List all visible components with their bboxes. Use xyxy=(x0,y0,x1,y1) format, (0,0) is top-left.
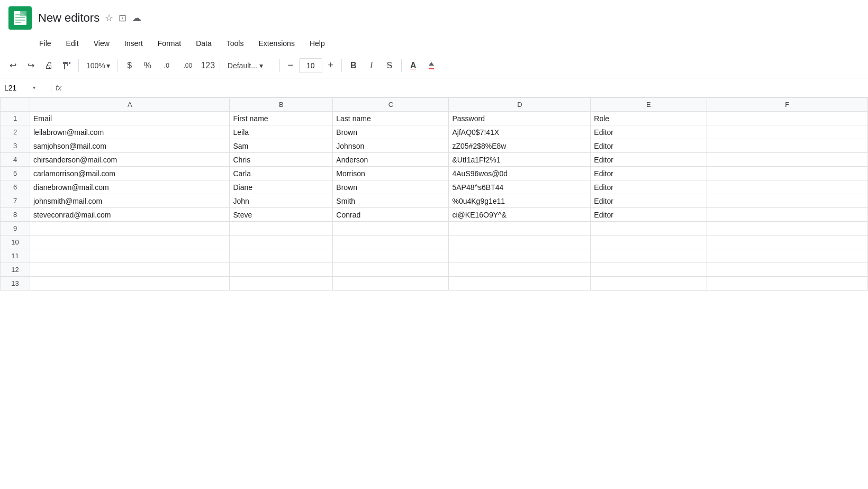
cell-reference-input[interactable]: L21 xyxy=(4,84,31,92)
row-number[interactable]: 8 xyxy=(1,208,30,222)
cell-9-D[interactable] xyxy=(449,222,591,236)
row-number[interactable]: 6 xyxy=(1,180,30,194)
cell-4-D[interactable]: &UtI1a1Ff2%1 xyxy=(449,153,591,167)
cell-2-F[interactable] xyxy=(707,125,867,139)
cell-7-D[interactable]: %0u4Kg9g1e11 xyxy=(449,194,591,208)
row-number[interactable]: 5 xyxy=(1,167,30,180)
cell-1-A[interactable]: Email xyxy=(30,112,230,125)
cell-11-C[interactable] xyxy=(333,249,449,263)
cloud-icon[interactable]: ☁ xyxy=(132,12,141,24)
cell-3-F[interactable] xyxy=(707,139,867,153)
folder-icon[interactable]: ⊡ xyxy=(119,12,126,24)
strikethrough-button[interactable]: S xyxy=(381,57,398,74)
cell-2-C[interactable]: Brown xyxy=(333,125,449,139)
cell-9-C[interactable] xyxy=(333,222,449,236)
cell-10-D[interactable] xyxy=(449,236,591,249)
cell-8-D[interactable]: ci@KE16O9Y^& xyxy=(449,208,591,222)
row-number[interactable]: 1 xyxy=(1,112,30,125)
font-size-display[interactable]: 10 xyxy=(299,58,322,73)
zoom-button[interactable]: 100% ▾ xyxy=(82,59,114,72)
cell-11-F[interactable] xyxy=(707,249,867,263)
cell-12-D[interactable] xyxy=(449,263,591,277)
cell-10-F[interactable] xyxy=(707,236,867,249)
menu-data[interactable]: Data xyxy=(188,36,219,51)
cell-2-E[interactable]: Editor xyxy=(591,125,707,139)
cell-3-B[interactable]: Sam xyxy=(230,139,333,153)
menu-edit[interactable]: Edit xyxy=(59,36,86,51)
cell-4-E[interactable]: Editor xyxy=(591,153,707,167)
cell-5-E[interactable]: Editor xyxy=(591,167,707,180)
row-number[interactable]: 2 xyxy=(1,125,30,139)
cell-5-D[interactable]: 4AuS96wos@0d xyxy=(449,167,591,180)
cell-4-C[interactable]: Anderson xyxy=(333,153,449,167)
spreadsheet-container[interactable]: A B C D E F 1EmailFirst nameLast namePas… xyxy=(0,97,868,489)
cell-11-B[interactable] xyxy=(230,249,333,263)
col-header-a[interactable]: A xyxy=(30,98,230,112)
cell-4-F[interactable] xyxy=(707,153,867,167)
cell-9-E[interactable] xyxy=(591,222,707,236)
decimal-more-button[interactable]: .00 xyxy=(177,57,198,74)
cell-9-B[interactable] xyxy=(230,222,333,236)
cell-2-A[interactable]: leilabrown@mail.com xyxy=(30,125,230,139)
cell-11-A[interactable] xyxy=(30,249,230,263)
cell-2-B[interactable]: Leila xyxy=(230,125,333,139)
cell-8-F[interactable] xyxy=(707,208,867,222)
cell-5-A[interactable]: carlamorrison@mail.com xyxy=(30,167,230,180)
menu-format[interactable]: Format xyxy=(150,36,188,51)
cell-1-E[interactable]: Role xyxy=(591,112,707,125)
menu-help[interactable]: Help xyxy=(302,36,332,51)
row-number[interactable]: 4 xyxy=(1,153,30,167)
cell-3-C[interactable]: Johnson xyxy=(333,139,449,153)
cell-11-E[interactable] xyxy=(591,249,707,263)
col-header-d[interactable]: D xyxy=(449,98,591,112)
col-header-c[interactable]: C xyxy=(333,98,449,112)
row-number[interactable]: 11 xyxy=(1,249,30,263)
font-name-button[interactable]: Default... ▾ xyxy=(223,59,276,72)
percent-button[interactable]: % xyxy=(139,57,156,74)
cell-6-B[interactable]: Diane xyxy=(230,180,333,194)
cell-6-C[interactable]: Brown xyxy=(333,180,449,194)
cell-4-B[interactable]: Chris xyxy=(230,153,333,167)
cell-8-B[interactable]: Steve xyxy=(230,208,333,222)
cell-6-A[interactable]: dianebrown@mail.com xyxy=(30,180,230,194)
cell-13-A[interactable] xyxy=(30,277,230,291)
cell-13-B[interactable] xyxy=(230,277,333,291)
cell-7-B[interactable]: John xyxy=(230,194,333,208)
cell-1-C[interactable]: Last name xyxy=(333,112,449,125)
cell-3-E[interactable]: Editor xyxy=(591,139,707,153)
formula-input[interactable] xyxy=(66,84,864,92)
cell-12-C[interactable] xyxy=(333,263,449,277)
star-icon[interactable]: ☆ xyxy=(105,12,113,24)
cell-3-D[interactable]: zZ05#2$8%E8w xyxy=(449,139,591,153)
cell-8-A[interactable]: steveconrad@mail.com xyxy=(30,208,230,222)
cell-5-B[interactable]: Carla xyxy=(230,167,333,180)
menu-view[interactable]: View xyxy=(86,36,117,51)
cell-5-C[interactable]: Morrison xyxy=(333,167,449,180)
row-number[interactable]: 13 xyxy=(1,277,30,291)
cell-10-C[interactable] xyxy=(333,236,449,249)
row-number[interactable]: 3 xyxy=(1,139,30,153)
cell-8-E[interactable]: Editor xyxy=(591,208,707,222)
cell-9-F[interactable] xyxy=(707,222,867,236)
cell-13-F[interactable] xyxy=(707,277,867,291)
cell-9-A[interactable] xyxy=(30,222,230,236)
cell-12-F[interactable] xyxy=(707,263,867,277)
cell-13-E[interactable] xyxy=(591,277,707,291)
fill-color-button[interactable] xyxy=(423,57,440,74)
row-number[interactable]: 10 xyxy=(1,236,30,249)
document-title[interactable]: New editors xyxy=(38,11,100,25)
italic-button[interactable]: I xyxy=(363,57,380,74)
text-color-button[interactable]: A xyxy=(405,57,422,74)
undo-button[interactable]: ↩ xyxy=(4,57,21,74)
cell-1-B[interactable]: First name xyxy=(230,112,333,125)
number-format-button[interactable]: 123 xyxy=(200,57,216,74)
menu-file[interactable]: File xyxy=(32,36,59,51)
menu-tools[interactable]: Tools xyxy=(219,36,251,51)
cell-10-E[interactable] xyxy=(591,236,707,249)
col-header-f[interactable]: F xyxy=(707,98,867,112)
cell-12-B[interactable] xyxy=(230,263,333,277)
cell-11-D[interactable] xyxy=(449,249,591,263)
cell-6-E[interactable]: Editor xyxy=(591,180,707,194)
cell-12-A[interactable] xyxy=(30,263,230,277)
cell-5-F[interactable] xyxy=(707,167,867,180)
